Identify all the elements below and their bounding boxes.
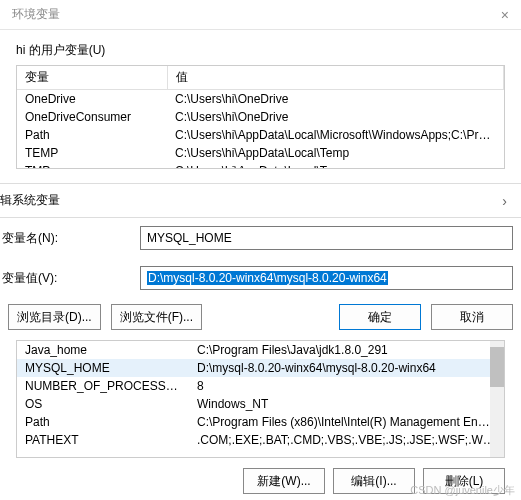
table-row[interactable]: PathC:\Program Files (x86)\Intel\Intel(R… [17, 413, 504, 431]
dialog-title: 环境变量 [12, 6, 60, 23]
user-vars-label: hi 的用户变量(U) [0, 30, 521, 65]
browse-file-button[interactable]: 浏览文件(F)... [111, 304, 202, 330]
browse-dir-button[interactable]: 浏览目录(D)... [8, 304, 101, 330]
titlebar: 环境变量 × [0, 0, 521, 30]
table-row[interactable]: PATHEXT.COM;.EXE;.BAT;.CMD;.VBS;.VBE;.JS… [17, 431, 504, 449]
close-icon[interactable]: × [501, 7, 509, 23]
scrollbar[interactable] [490, 341, 504, 457]
table-row[interactable]: NUMBER_OF_PROCESSORS8 [17, 377, 504, 395]
table-row[interactable]: TEMPC:\Users\hi\AppData\Local\Temp [17, 144, 504, 162]
user-col-name[interactable]: 变量 [17, 66, 167, 90]
var-name-input[interactable] [140, 226, 513, 250]
table-row[interactable]: OSWindows_NT [17, 395, 504, 413]
table-row[interactable]: TMPC:\Users\hi\AppData\Local\Temp [17, 162, 504, 169]
table-row[interactable]: Java_homeC:\Program Files\Java\jdk1.8.0_… [17, 341, 504, 359]
chevron-right-icon[interactable]: › [502, 193, 513, 209]
edit-cancel-button[interactable]: 取消 [431, 304, 513, 330]
table-row[interactable]: MYSQL_HOMED:\mysql-8.0.20-winx64\mysql-8… [17, 359, 504, 377]
user-vars-table[interactable]: 变量 值 OneDriveC:\Users\hi\OneDrive OneDri… [16, 65, 505, 169]
table-row[interactable]: OneDriveC:\Users\hi\OneDrive [17, 90, 504, 109]
edit-sysvar-title: 辑系统变量 › [0, 183, 521, 218]
sys-vars-table[interactable]: Java_homeC:\Program Files\Java\jdk1.8.0_… [16, 340, 505, 458]
user-col-value[interactable]: 值 [167, 66, 504, 90]
edit-button[interactable]: 编辑(I)... [333, 468, 415, 494]
new-button[interactable]: 新建(W)... [243, 468, 325, 494]
table-row[interactable]: OneDriveConsumerC:\Users\hi\OneDrive [17, 108, 504, 126]
var-value-input[interactable]: D:\mysql-8.0.20-winx64\mysql-8.0.20-winx… [140, 266, 513, 290]
scroll-thumb[interactable] [490, 347, 504, 387]
watermark: CSDN @juvenile少年 [410, 483, 515, 498]
var-value-label: 变量值(V): [0, 270, 140, 287]
table-row[interactable]: PathC:\Users\hi\AppData\Local\Microsoft\… [17, 126, 504, 144]
edit-ok-button[interactable]: 确定 [339, 304, 421, 330]
var-name-label: 变量名(N): [0, 230, 140, 247]
